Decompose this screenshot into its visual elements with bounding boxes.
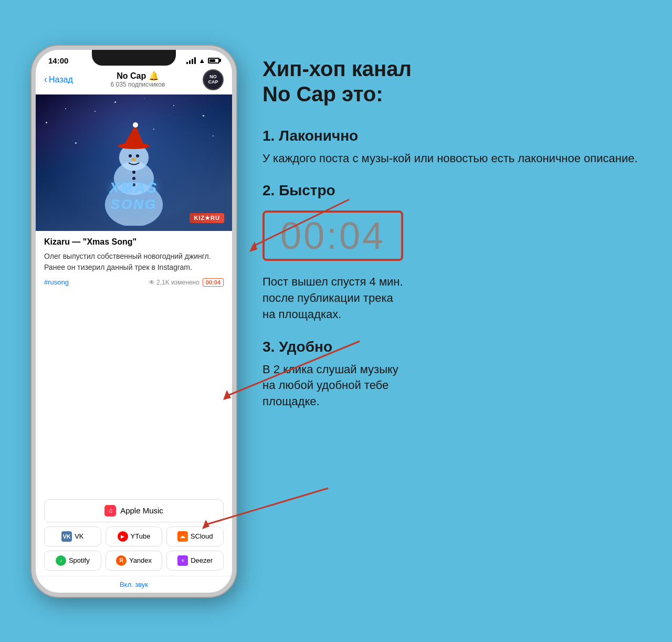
yandex-button[interactable]: Я Yandex bbox=[106, 551, 163, 571]
vk-icon: VK bbox=[61, 531, 72, 542]
feature-udobno: 3. Удобно В 2 клика слушай музыку на люб… bbox=[262, 339, 640, 410]
post-content: Kizaru — "Xmas Song" Олег выпустил собст… bbox=[36, 231, 232, 499]
apple-music-button[interactable]: ♫ Apple Music bbox=[44, 499, 224, 522]
battery-icon bbox=[208, 58, 219, 64]
album-art: XMAS SONG KIZ★RU bbox=[36, 94, 232, 231]
timer-box: 00:04 bbox=[262, 211, 403, 261]
apple-music-label: Apple Music bbox=[120, 506, 163, 515]
nav-center: No Cap 🔔 6 035 подписчиков bbox=[111, 71, 165, 88]
phone-notch bbox=[92, 50, 176, 66]
spotify-label: Spotify bbox=[69, 556, 90, 564]
services-row-1: VK VK ▶ YTube ☁ SCloud bbox=[44, 527, 224, 546]
deezer-icon: ≡ bbox=[177, 555, 188, 566]
svg-marker-4 bbox=[123, 125, 144, 146]
svg-point-9 bbox=[132, 171, 135, 174]
feature-2-description: Пост вышел спустя 4 мин. после публикаци… bbox=[262, 274, 640, 322]
services-row-2: ♪ Spotify Я Yandex ≡ Deezer bbox=[44, 551, 224, 571]
post-meta: 👁 2,1K изменено 00:04 bbox=[149, 278, 224, 287]
scloud-button[interactable]: ☁ SCloud bbox=[166, 527, 224, 546]
spotify-icon: ♪ bbox=[56, 555, 66, 566]
wifi-icon: ▲ bbox=[198, 57, 205, 65]
chevron-left-icon: ‹ bbox=[44, 74, 47, 85]
page-container: 14:00 ▲ bbox=[0, 25, 672, 618]
yandex-label: Yandex bbox=[129, 556, 152, 564]
deezer-label: Deezer bbox=[191, 556, 213, 564]
subscriber-count: 6 035 подписчиков bbox=[111, 81, 165, 88]
feature-2-heading: 2. Быстро bbox=[262, 182, 640, 199]
feature-1-heading: 1. Лаконично bbox=[262, 128, 640, 144]
channel-name: No Cap 🔔 bbox=[111, 71, 165, 81]
nav-header: ‹ Назад No Cap 🔔 6 035 подписчиков NOCAP bbox=[36, 67, 232, 94]
youtube-icon: ▶ bbox=[118, 531, 128, 542]
channel-avatar[interactable]: NOCAP bbox=[203, 69, 224, 90]
apple-music-icon: ♫ bbox=[104, 505, 116, 517]
music-buttons: ♫ Apple Music VK VK ▶ YTube ☁ bbox=[36, 499, 232, 576]
xmas-song-text: XMAS SONG bbox=[110, 180, 159, 213]
feature-3-heading: 3. Удобно bbox=[262, 339, 640, 355]
svg-point-6 bbox=[129, 154, 132, 157]
feature-bystro: 2. Быстро 00:04 Пост вышел спустя 4 мин.… bbox=[262, 182, 640, 322]
phone-screen: 14:00 ▲ bbox=[36, 50, 232, 593]
right-panel: Хип-хоп канал No Cap это: 1. Лаконично У… bbox=[262, 46, 640, 426]
spotify-button[interactable]: ♪ Spotify bbox=[44, 551, 101, 571]
feature-lakonichno: 1. Лаконично У каждого поста с музы-кой … bbox=[262, 128, 640, 167]
signal-icon bbox=[186, 57, 196, 64]
post-hashtag: #rusong bbox=[44, 278, 69, 286]
time-badge: 00:04 bbox=[203, 278, 224, 287]
ytube-label: YTube bbox=[131, 532, 151, 540]
main-title: Хип-хоп канал No Cap это: bbox=[262, 56, 640, 107]
status-time: 14:00 bbox=[48, 56, 68, 65]
svg-point-5 bbox=[133, 122, 138, 128]
song-title: Kizaru — "Xmas Song" bbox=[44, 237, 224, 247]
timer-value: 00:04 bbox=[280, 217, 385, 255]
vk-label: VK bbox=[75, 532, 83, 540]
post-footer: #rusong 👁 2,1K изменено 00:04 bbox=[44, 278, 224, 287]
feature-1-text: У каждого поста с музы-кой или новостью … bbox=[262, 151, 640, 167]
post-text: Олег выпустил собственный новогодний джи… bbox=[44, 251, 224, 273]
status-icons: ▲ bbox=[186, 57, 219, 65]
eye-icon: 👁 bbox=[149, 279, 155, 286]
post-views: 👁 2,1K изменено bbox=[149, 279, 200, 286]
svg-point-7 bbox=[136, 154, 139, 157]
deezer-button[interactable]: ≡ Deezer bbox=[166, 551, 224, 571]
svg-marker-13 bbox=[249, 241, 257, 252]
phone-bottom-label[interactable]: Вкл. звук bbox=[36, 576, 232, 593]
back-button[interactable]: ‹ Назад bbox=[44, 74, 73, 85]
phone-mockup: 14:00 ▲ bbox=[32, 46, 236, 597]
scloud-label: SCloud bbox=[191, 532, 213, 540]
soundcloud-icon: ☁ bbox=[177, 531, 188, 542]
back-label: Назад bbox=[49, 75, 73, 85]
yandex-icon: Я bbox=[116, 555, 127, 566]
feature-3-text: В 2 клика слушай музыку на любой удобной… bbox=[262, 362, 640, 410]
vk-button[interactable]: VK VK bbox=[44, 527, 101, 546]
phone-frame: 14:00 ▲ bbox=[32, 46, 236, 597]
view-count: 2,1K изменено bbox=[156, 279, 200, 286]
ytube-button[interactable]: ▶ YTube bbox=[106, 527, 163, 546]
